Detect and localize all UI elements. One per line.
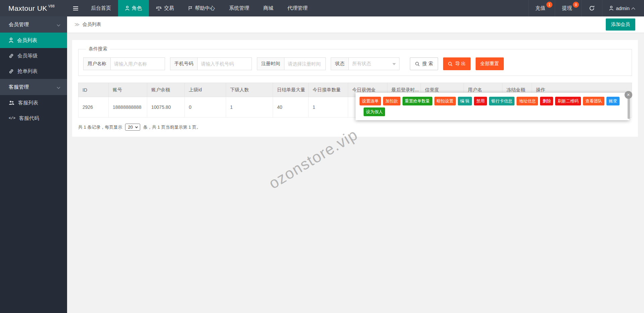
set-as-fake-button[interactable]: 设为假人: [364, 107, 385, 116]
col-parent-id: 上级id: [185, 83, 226, 97]
topbar-right: 充值 1 提现 0 admin: [528, 0, 644, 16]
username-input[interactable]: [110, 57, 165, 70]
edit-button[interactable]: 编 辑: [458, 97, 472, 105]
sidebar-item-member-level[interactable]: 会员等级: [0, 48, 67, 63]
sidebar-item-service-code[interactable]: </> 客服代码: [0, 110, 67, 126]
row-actions-popup: 设置连单 加扣款 重置抢单数量 暗扣设置 编 辑 禁用 银行卡信息 地址信息 删…: [356, 93, 629, 120]
cell-today-orders: 1: [309, 97, 348, 118]
nav-item-help[interactable]: 帮助中心: [181, 0, 222, 16]
cell-account: 18888888888: [109, 97, 147, 118]
nav-item-agent[interactable]: 代理管理: [280, 0, 315, 16]
menu-toggle-icon[interactable]: [67, 0, 84, 16]
sidebar-item-service-list[interactable]: 客服列表: [0, 95, 67, 110]
username-label: 用户名称: [83, 57, 110, 70]
top-nav: 后台首页 角色 交易 帮助中心 系统管理 商城 代理管理: [84, 0, 315, 16]
search-button[interactable]: 搜 索: [410, 57, 438, 70]
col-daily-max: 日结单最大量: [273, 83, 309, 97]
user-icon: [9, 38, 13, 43]
username: admin: [616, 5, 630, 11]
col-account: 账号: [109, 83, 147, 97]
cell-id: 2926: [78, 97, 109, 118]
chevron-down-icon: [57, 23, 60, 26]
chevron-up-icon: [631, 7, 635, 11]
search-icon: [448, 61, 453, 66]
hidden-deduct-settings-button[interactable]: 暗扣设置: [434, 97, 456, 105]
reset-grab-count-button[interactable]: 重置抢单数量: [402, 97, 432, 105]
refresh-button[interactable]: [581, 0, 602, 16]
col-subordinates: 下级人数: [226, 83, 273, 97]
search-legend: 条件搜索: [86, 46, 110, 52]
delete-button[interactable]: 删除: [540, 97, 553, 105]
add-deduct-funds-button[interactable]: 加扣款: [383, 97, 400, 105]
phone-label: 手机号码: [170, 57, 197, 70]
phone-input[interactable]: [197, 57, 252, 70]
logo-text: Maxtour UK: [8, 4, 47, 12]
cell-balance: 10075.80: [147, 97, 185, 118]
users-icon: [9, 100, 14, 105]
popup-scrollbar[interactable]: [628, 98, 630, 119]
scales-icon: [156, 6, 162, 11]
recharge-badge: 1: [546, 2, 552, 8]
nav-item-system[interactable]: 系统管理: [222, 0, 256, 16]
sidebar-item-grab-order-list[interactable]: 抢单列表: [0, 63, 67, 79]
logo-version: V88: [48, 4, 55, 8]
register-time-input[interactable]: [284, 57, 326, 70]
recharge-button[interactable]: 充值 1: [528, 0, 555, 16]
breadcrumb-icon: ≫: [74, 21, 80, 28]
reset-all-button[interactable]: 全部重置: [476, 57, 504, 70]
chevron-down-icon: [57, 85, 60, 89]
nav-item-mall[interactable]: 商城: [256, 0, 280, 16]
person-icon: [609, 6, 613, 11]
sidebar-item-member-list[interactable]: 会员列表: [0, 33, 67, 48]
page-size-select[interactable]: 20: [125, 124, 140, 131]
nav-item-trade[interactable]: 交易: [149, 0, 181, 16]
bank-card-info-button[interactable]: 银行卡信息: [489, 97, 515, 105]
cell-parent-id: 0: [185, 97, 226, 118]
link-icon: [9, 69, 14, 74]
col-today-orders: 今日接单数量: [309, 83, 348, 97]
withdraw-badge: 0: [573, 2, 579, 8]
person-icon: [125, 6, 129, 11]
export-button[interactable]: 导 出: [443, 57, 471, 70]
col-balance: 账户余额: [147, 83, 185, 97]
register-time-field-group: 注册时间: [257, 57, 326, 70]
phone-field-group: 手机号码: [170, 57, 252, 70]
app-logo: Maxtour UKV88: [0, 0, 67, 16]
withdraw-button[interactable]: 提现 0: [555, 0, 581, 16]
flag-icon: [188, 6, 193, 11]
member-list-card: 条件搜索 用户名称 手机号码 注册时间 状态 所有状态: [72, 40, 638, 137]
sidebar-group-member-management[interactable]: 会员管理: [0, 16, 67, 33]
breadcrumb: 会员列表: [83, 21, 101, 28]
search-panel: 条件搜索 用户名称 手机号码 注册时间 状态 所有状态: [78, 46, 632, 76]
refresh-icon: [589, 5, 595, 11]
sidebar: 会员管理 会员列表 会员等级 抢单列表 客服管理 客服列表 </> 客服代码: [0, 16, 67, 313]
code-icon: </>: [9, 116, 15, 120]
cell-daily-max: 40: [273, 97, 309, 118]
caret-down-icon: [135, 125, 138, 128]
nav-item-dashboard[interactable]: 后台首页: [84, 0, 118, 16]
link-icon: [9, 53, 14, 58]
sidebar-group-service-management[interactable]: 客服管理: [0, 79, 67, 95]
col-id: ID: [78, 83, 109, 97]
pagination-suffix: 条，共 1 页当前显示第 1 页。: [143, 124, 201, 130]
status-label: 状态: [331, 57, 348, 70]
pagination-prefix: 共 1 条记录，每页显示: [78, 124, 122, 130]
cell-subordinates: 1: [226, 97, 273, 118]
status-select[interactable]: 所有状态: [348, 57, 399, 70]
caret-down-icon: [392, 63, 396, 65]
status-field-group: 状态 所有状态: [331, 57, 399, 70]
add-member-button[interactable]: 添加会员: [606, 18, 635, 31]
close-icon[interactable]: ×: [625, 91, 632, 99]
breadcrumb-bar: ≫ 会员列表 添加会员: [67, 16, 644, 33]
user-menu[interactable]: admin: [602, 0, 644, 16]
nav-item-roles[interactable]: 角色: [118, 0, 149, 16]
account-change-button[interactable]: 账变: [606, 97, 620, 105]
topbar: Maxtour UKV88 后台首页 角色 交易 帮助中心 系统管理 商城 代理…: [0, 0, 644, 16]
refresh-qrcode-button[interactable]: 刷新二维码: [555, 97, 581, 105]
view-team-button[interactable]: 查看团队: [583, 97, 604, 105]
disable-button[interactable]: 禁用: [474, 97, 487, 105]
set-chain-order-button[interactable]: 设置连单: [360, 97, 381, 105]
username-field-group: 用户名称: [83, 57, 165, 70]
register-time-label: 注册时间: [257, 57, 284, 70]
address-info-button[interactable]: 地址信息: [517, 97, 538, 105]
